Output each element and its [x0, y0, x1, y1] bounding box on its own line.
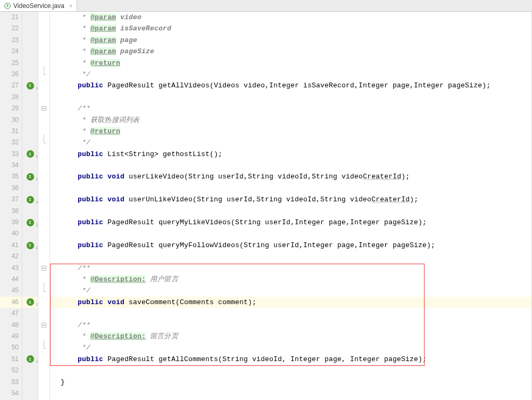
fold-cell — [38, 228, 49, 239]
code-area[interactable]: * @param video * @param isSaveRecord * @… — [50, 12, 531, 400]
implemented-icon[interactable]: I — [27, 298, 34, 306]
code-line[interactable]: * 获取热搜词列表 — [50, 115, 531, 126]
fold-cell — [38, 194, 49, 205]
code-line[interactable]: } — [50, 377, 531, 388]
code-line[interactable] — [50, 251, 531, 262]
fold-cell — [38, 103, 49, 114]
marker-gutter: IIIIIIII — [22, 12, 38, 400]
fold-cell — [38, 115, 49, 126]
line-number: 45 — [0, 285, 22, 296]
implemented-icon[interactable]: I — [27, 355, 34, 363]
code-line[interactable]: public PagedResult queryMyLikeVideos(Str… — [50, 217, 531, 228]
fold-cell — [38, 365, 49, 376]
fold-cell — [38, 92, 49, 103]
tab-bar: I VideoService.java × — [0, 0, 532, 12]
fold-cell — [38, 171, 49, 182]
line-number: 30 — [0, 115, 22, 126]
code-line[interactable]: * @param video — [50, 12, 531, 23]
tab-filename: VideoService.java — [13, 2, 64, 10]
fold-collapse-icon[interactable] — [41, 266, 46, 271]
fold-collapse-icon[interactable] — [41, 106, 46, 111]
gutter-marker-cell — [22, 331, 38, 342]
fold-cell — [38, 12, 49, 23]
code-line[interactable]: */ — [50, 342, 531, 353]
fold-end-icon — [41, 140, 46, 145]
line-number: 37 — [0, 194, 22, 205]
fold-cell — [38, 160, 49, 171]
gutter-marker-cell: I — [22, 80, 38, 91]
code-line[interactable] — [50, 183, 531, 194]
code-line[interactable]: public List<String> gethostList(); — [50, 149, 531, 160]
code-line[interactable]: */ — [50, 285, 531, 296]
gutter-marker-cell — [22, 320, 38, 331]
gutter-marker-cell — [22, 263, 38, 274]
code-line[interactable]: * @return — [50, 58, 531, 69]
line-number: 25 — [0, 58, 22, 69]
fold-cell — [38, 80, 49, 91]
fold-cell — [38, 183, 49, 194]
gutter-marker-cell — [22, 115, 38, 126]
code-line[interactable] — [50, 308, 531, 319]
gutter-marker-cell: I — [22, 217, 38, 228]
code-line[interactable]: * @param page — [50, 35, 531, 46]
line-number: 28 — [0, 92, 22, 103]
code-line[interactable]: public PagedResult getAllVideos(Videos v… — [50, 80, 531, 91]
code-line[interactable]: */ — [50, 137, 531, 148]
line-number: 41 — [0, 240, 22, 251]
line-number: 50 — [0, 342, 22, 353]
code-line[interactable] — [50, 228, 531, 239]
code-line[interactable]: public PagedResult queryMyFollowVideos(S… — [50, 240, 531, 251]
implemented-icon[interactable]: I — [27, 82, 34, 89]
line-number: 40 — [0, 228, 22, 239]
gutter-marker-cell: I — [22, 354, 38, 365]
code-line[interactable]: public PagedResult getAllComments(String… — [50, 354, 531, 365]
gutter-marker-cell — [22, 126, 38, 137]
fold-cell — [38, 285, 49, 296]
line-number: 35 — [0, 171, 22, 182]
line-number: 36 — [0, 183, 22, 194]
implemented-icon[interactable]: I — [27, 196, 34, 203]
gutter-marker-cell — [22, 12, 38, 23]
fold-collapse-icon[interactable] — [41, 323, 46, 328]
code-line[interactable] — [50, 160, 531, 171]
code-line[interactable]: * @return — [50, 126, 531, 137]
fold-cell — [38, 206, 49, 217]
line-number: 47 — [0, 308, 22, 319]
gutter-marker-cell — [22, 46, 38, 57]
line-number: 43 — [0, 263, 22, 274]
implemented-icon[interactable]: I — [27, 242, 34, 249]
code-editor[interactable]: 2122232425262728293031323334353637383940… — [0, 12, 532, 400]
gutter-marker-cell — [22, 69, 38, 80]
code-line[interactable]: * @Description: 留言分页 — [50, 331, 531, 342]
implemented-icon[interactable]: I — [27, 173, 34, 181]
interface-icon: I — [4, 3, 11, 9]
fold-cell — [38, 251, 49, 262]
code-line[interactable]: */ — [50, 69, 531, 80]
fold-cell — [38, 23, 49, 34]
code-line[interactable]: * @Description: 用户留言 — [50, 274, 531, 285]
code-line[interactable] — [50, 388, 531, 399]
implemented-icon[interactable]: I — [27, 150, 34, 158]
code-line[interactable]: * @param isSaveRecord — [50, 23, 531, 34]
gutter-marker-cell — [22, 274, 38, 285]
implemented-icon[interactable]: I — [27, 219, 34, 226]
code-line[interactable]: public void userUnLikeVideo(String userI… — [50, 194, 531, 205]
fold-cell — [38, 217, 49, 228]
code-line[interactable]: public void userLikeVideo(String userId,… — [50, 171, 531, 182]
code-line[interactable]: /** — [50, 103, 531, 114]
code-line[interactable] — [50, 365, 531, 376]
line-number: 39 — [0, 217, 22, 228]
file-tab[interactable]: I VideoService.java × — [0, 0, 77, 11]
code-line[interactable]: /** — [50, 263, 531, 274]
code-line[interactable]: /** — [50, 320, 531, 331]
line-number: 46 — [0, 297, 22, 308]
code-line[interactable]: public void saveComment(Comments comment… — [50, 297, 531, 308]
close-icon[interactable]: × — [69, 3, 72, 9]
gutter-marker-cell — [22, 285, 38, 296]
code-line[interactable] — [50, 206, 531, 217]
code-line[interactable] — [50, 92, 531, 103]
code-line[interactable]: * @param pageSize — [50, 46, 531, 57]
gutter-marker-cell — [22, 377, 38, 388]
gutter-marker-cell — [22, 342, 38, 353]
line-number: 22 — [0, 23, 22, 34]
